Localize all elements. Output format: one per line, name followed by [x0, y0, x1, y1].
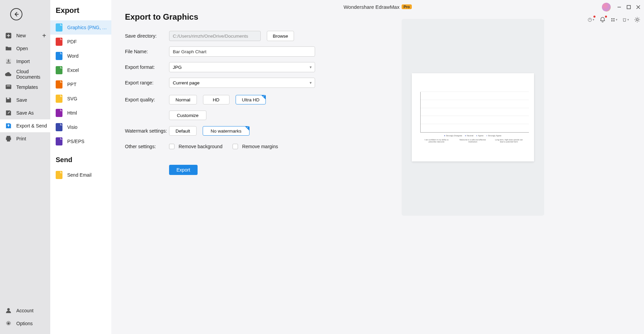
word-icon — [56, 52, 62, 60]
format-send-email[interactable]: Send Email — [50, 168, 111, 182]
template-icon — [5, 83, 12, 91]
format-ppt[interactable]: PPT — [50, 77, 111, 92]
nav-account[interactable]: Account — [0, 304, 50, 317]
export-heading: Export — [50, 6, 111, 20]
nav-print[interactable]: Print — [0, 132, 50, 145]
export-quality-label: Export quality: — [125, 97, 169, 102]
visio-icon — [56, 123, 62, 131]
save-directory-input[interactable] — [169, 31, 261, 41]
format-visio[interactable]: Visio — [50, 120, 111, 134]
settings-icon[interactable] — [634, 16, 641, 23]
format-label: SVG — [67, 96, 77, 101]
preview-pane: Strongly DisagreeNeutralAgreeStrongly Ag… — [315, 12, 630, 322]
html-icon — [56, 109, 62, 117]
tshirt-icon[interactable]: ▾ — [622, 16, 629, 23]
format-label: Excel — [67, 67, 79, 73]
nav-cloud-documents[interactable]: Cloud Documents — [0, 68, 50, 81]
format-pseps[interactable]: PS/EPS — [50, 134, 111, 149]
select-value: JPG — [169, 62, 315, 72]
nav-label: Cloud Documents — [16, 69, 50, 80]
plus-square-icon — [5, 32, 12, 39]
app-title: Wondershare EdrawMax — [344, 4, 400, 10]
nav-new[interactable]: New + — [0, 29, 50, 42]
nav-templates[interactable]: Templates — [0, 81, 50, 94]
quality-customize[interactable]: Customize — [169, 111, 206, 120]
format-label: Send Email — [67, 172, 92, 178]
format-label: Html — [67, 110, 77, 116]
quality-hd[interactable]: HD — [203, 95, 229, 104]
svg-rect-11 — [613, 20, 614, 21]
help-icon[interactable]: ▾ — [588, 16, 594, 23]
format-excel[interactable]: Excel — [50, 63, 111, 77]
quality-ultra-hd[interactable]: Ultra HD — [236, 95, 266, 104]
excel-icon — [56, 66, 62, 74]
minimize-button[interactable] — [617, 5, 622, 9]
close-button[interactable] — [636, 5, 641, 9]
primary-nav: New + Open Import Cloud Documents Templa… — [0, 0, 50, 334]
browse-button[interactable]: Browse — [267, 31, 294, 41]
nav-label: Save As — [16, 110, 34, 116]
send-heading: Send — [50, 149, 111, 168]
nav-export-send[interactable]: Export & Send — [0, 119, 50, 132]
watermark-default[interactable]: Default — [169, 126, 197, 136]
save-directory-label: Save directory: — [125, 33, 169, 39]
maximize-button[interactable] — [626, 5, 631, 9]
ppt-icon — [56, 80, 62, 89]
format-label: PS/EPS — [67, 139, 85, 144]
svg-rect-6 — [627, 5, 630, 9]
svg-rect-1 — [6, 85, 12, 89]
preview-page: Strongly DisagreeNeutralAgreeStrongly Ag… — [412, 73, 534, 161]
title-bar: Wondershare EdrawMax Pro — [111, 0, 644, 14]
save-icon — [5, 96, 12, 104]
export-icon — [5, 122, 12, 130]
nav-save-as[interactable]: Save As — [0, 106, 50, 119]
page-title: Export to Graphics — [125, 12, 315, 22]
pseps-icon — [56, 137, 62, 145]
pdf-icon — [56, 38, 62, 46]
nav-label: Export & Send — [16, 123, 47, 129]
format-svg[interactable]: SVG — [50, 92, 111, 106]
svg-rect-3 — [7, 98, 9, 99]
quality-normal[interactable]: Normal — [169, 95, 197, 104]
nav-label: New — [16, 33, 26, 38]
gear-icon — [5, 320, 12, 327]
format-graphics[interactable]: Graphics (PNG, JPG et... — [50, 20, 111, 35]
nav-save[interactable]: Save — [0, 94, 50, 106]
graphics-icon — [56, 23, 62, 32]
format-label: Visio — [67, 124, 77, 130]
nav-import[interactable]: Import — [0, 55, 50, 68]
format-html[interactable]: Html — [50, 106, 111, 120]
secondary-toolbar: ▾ ▾ ▾ — [588, 16, 641, 23]
nav-open[interactable]: Open — [0, 42, 50, 55]
remove-margins-checkbox[interactable] — [233, 144, 238, 149]
avatar[interactable] — [602, 3, 611, 12]
window-controls — [602, 3, 641, 12]
save-as-icon — [5, 109, 12, 117]
bell-icon[interactable] — [599, 16, 606, 23]
other-settings-label: Other settings: — [125, 144, 169, 149]
watermark-none[interactable]: No watermarks — [203, 126, 250, 136]
nav-label: Import — [16, 59, 30, 64]
svg-point-12 — [636, 19, 638, 21]
preview-background: Strongly DisagreeNeutralAgreeStrongly Ag… — [402, 19, 544, 216]
export-range-select[interactable]: Current page — [169, 78, 315, 88]
format-label: Word — [67, 53, 78, 59]
export-button[interactable]: Export — [169, 165, 198, 175]
email-icon — [56, 171, 62, 179]
file-name-input[interactable] — [169, 46, 315, 57]
format-pdf[interactable]: PDF — [50, 35, 111, 49]
pro-badge: Pro — [402, 4, 412, 9]
export-format-label: Export format: — [125, 64, 169, 70]
format-word[interactable]: Word — [50, 49, 111, 63]
nav-label: Print — [16, 136, 26, 141]
watermark-label: Watermark settings: — [125, 128, 169, 134]
back-button[interactable] — [10, 8, 22, 20]
plus-icon[interactable]: + — [42, 32, 46, 40]
nav-options[interactable]: Options — [0, 317, 50, 330]
remove-background-checkbox[interactable] — [169, 144, 174, 149]
export-format-select[interactable]: JPG — [169, 62, 315, 72]
remove-margins-label: Remove margins — [242, 144, 278, 149]
nav-label: Options — [16, 321, 33, 326]
apps-icon[interactable]: ▾ — [611, 16, 618, 23]
nav-label: Account — [16, 308, 34, 313]
